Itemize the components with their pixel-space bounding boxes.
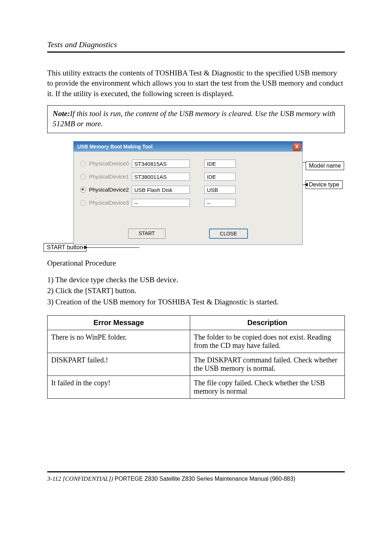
note-box: Note:If this tool is run, the content of… [47, 105, 345, 133]
device-row: PhysicalDevice1 ST380011AS IDE [80, 173, 296, 181]
radio-device-1 [80, 174, 86, 180]
footer-manual: PORTEGE Z830 Satellite Z830 Series Maint… [115, 476, 295, 482]
window-titlebar: USB Memory Boot Making Tool X [74, 141, 302, 152]
device-model: USB Flash Disk [132, 186, 190, 194]
col-desc: Description [190, 316, 345, 330]
error-table: Error Message Description There is no Wi… [47, 315, 345, 399]
radio-device-2[interactable] [80, 187, 86, 193]
step-3: 3) Creation of the USB memory for TOSHIB… [47, 296, 345, 307]
table-row: DISKPART failed.! The DISKPART command f… [48, 353, 345, 376]
step-1: 1) The device type checks the USB device… [47, 274, 345, 285]
device-label: PhysicalDevice2 [89, 186, 132, 193]
device-model: ST380011AS [132, 173, 190, 181]
radio-device-0 [80, 161, 86, 167]
intro-text: This utility extracts the contents of TO… [47, 68, 345, 99]
cell-desc: The folder to be copied does not exist. … [190, 330, 345, 353]
col-error: Error Message [48, 316, 190, 330]
device-type: -- [204, 199, 236, 207]
note-text: If this tool is run, the content of the … [53, 109, 335, 128]
callout-device-type: Device type [306, 180, 343, 189]
cell-desc: The DISKPART command failed. Check wheth… [190, 353, 345, 376]
cell-error: There is no WinPE folder. [48, 330, 190, 353]
start-button[interactable]: START [128, 229, 166, 239]
device-row: PhysicalDevice3 -- -- [80, 199, 296, 207]
device-type: IDE [204, 160, 236, 168]
steps: 1) The device type checks the USB device… [47, 274, 345, 307]
close-button[interactable]: CLOSE [209, 229, 248, 239]
device-type: IDE [204, 173, 236, 181]
device-model: -- [132, 199, 190, 207]
device-label: PhysicalDevice1 [89, 173, 132, 180]
device-row: PhysicalDevice0 ST340815AS IDE [80, 160, 296, 168]
device-type: USB [204, 186, 236, 194]
device-label: PhysicalDevice0 [89, 160, 132, 167]
page-footer: 3-112 [CONFIDENTIAL]) PORTEGE Z830 Satel… [47, 471, 345, 483]
cell-desc: The file copy failed. Check whether the … [190, 376, 345, 399]
device-model: ST340815AS [132, 160, 190, 168]
device-label: PhysicalDevice3 [89, 200, 132, 206]
cell-error: DISKPART failed.! [48, 353, 190, 376]
footer-page: 3-112 [CONFIDENTIAL]) [47, 475, 115, 482]
callout-model-name: Model name [306, 161, 344, 170]
operational-procedure-heading: Operational Procedure [47, 259, 345, 268]
step-2: 2) Click the [START] button. [47, 285, 345, 296]
tool-screenshot: Model name Device type START button USB … [47, 141, 348, 245]
close-icon[interactable]: X [293, 143, 301, 151]
radio-device-3 [80, 200, 86, 206]
table-row: It failed in the copy! The file copy fai… [48, 376, 345, 399]
window-title: USB Memory Boot Making Tool [77, 144, 152, 149]
cell-error: It failed in the copy! [48, 376, 190, 399]
note-label: Note: [53, 109, 70, 118]
table-row: There is no WinPE folder. The folder to … [48, 330, 345, 353]
device-row: PhysicalDevice2 USB Flash Disk USB [80, 186, 296, 194]
page-header: Tests and Diagnostics [47, 40, 345, 53]
